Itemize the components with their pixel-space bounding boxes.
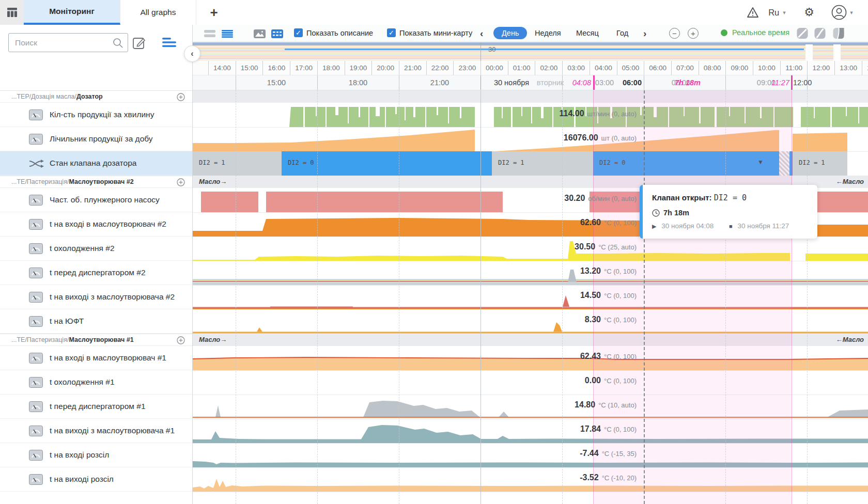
user-menu[interactable]: ▾ (827, 0, 858, 25)
day-label: 18:00 (349, 78, 367, 87)
value-row: 62.60°C (0, 100) (580, 218, 637, 227)
search-box[interactable] (8, 33, 128, 52)
sidebar-item[interactable]: t на вході розсіл (0, 443, 192, 467)
sidebar-item-valve-state[interactable]: Стан клапана дозатора (0, 151, 192, 176)
four-bars-icon (222, 30, 233, 38)
minus-icon: − (672, 29, 677, 38)
state-segment-closed[interactable]: DI2 = 1 (793, 151, 847, 176)
app-menu-button[interactable] (0, 0, 24, 25)
range-month-button[interactable]: Месяц (573, 27, 602, 39)
range-year-label: Год (613, 27, 631, 39)
show-description-checkbox[interactable]: ✓ Показать описание (294, 28, 373, 37)
band-right-label: ←Масло (836, 178, 864, 185)
background-image-button[interactable] (254, 29, 266, 38)
zoom-in-button[interactable]: + (688, 28, 699, 39)
sidebar-item[interactable]: t перед диспергатором #1 (0, 395, 192, 419)
state-segment-open[interactable]: DI2 = 0 (282, 151, 492, 176)
state-segment-closed[interactable]: DI2 = 1 (193, 151, 282, 176)
stop-icon: ■ (729, 223, 733, 229)
prev-period-button[interactable]: ‹ (480, 28, 483, 39)
signal-label: t на вході розсіл (50, 443, 109, 467)
language-selector[interactable]: Ru ▾ (764, 0, 791, 25)
hour-tick (590, 61, 590, 75)
tab-all-graphs[interactable]: All graphs (120, 0, 196, 25)
gauge-icon (29, 401, 43, 412)
filter-button[interactable] (162, 38, 176, 50)
section-header-butter1[interactable]: ...ТЕ/Пастеризація/Маслоутворювач #1 (0, 334, 192, 346)
sidebar-item-rate[interactable]: Кіл-сть продукції за хвилину (0, 103, 192, 127)
range-day-button[interactable]: День (493, 27, 527, 39)
add-signal-icon[interactable] (177, 178, 185, 186)
minimap-scroll-bar[interactable] (193, 42, 868, 45)
sidebar-item[interactable]: t перед диспергатором #2 (0, 261, 192, 285)
selection-start-label: 04:08 (572, 78, 591, 87)
state-segment-closed[interactable]: DI2 = 1 (492, 151, 593, 176)
show-minimap-checkbox[interactable]: ✓ Показать мини-карту (387, 28, 472, 37)
alerts-button[interactable] (744, 0, 762, 25)
next-period-button[interactable]: › (643, 28, 646, 39)
realtime-indicator[interactable]: Реальное время (721, 28, 789, 37)
search-input[interactable] (14, 34, 109, 52)
range-week-button[interactable]: Неделя (532, 27, 564, 39)
minimap-gap (833, 44, 841, 61)
add-signal-icon[interactable] (177, 93, 185, 101)
chevron-down-icon: ▾ (783, 9, 786, 16)
signal-label: t на вході в маслоутворювач #2 (50, 212, 166, 236)
charts-area[interactable]: Масло→ ←Масло Масло→ ←Масло (193, 90, 868, 504)
theme-curve-button[interactable] (814, 27, 826, 39)
band-right-label: ←Масло (836, 336, 864, 343)
selection-end-tick (791, 75, 793, 90)
tab-monitoring-label: Моніторинг (49, 7, 95, 16)
section-header-butter2[interactable]: ...ТЕ/Пастеризація/Маслоутворювач #2 (0, 176, 192, 188)
settings-button[interactable]: ⚙ (800, 0, 818, 25)
hour-label: 16:00 (265, 64, 288, 72)
gridline (317, 90, 318, 504)
chevron-down-icon: ▾ (850, 9, 853, 16)
value-row: 14.50°C (0, 100) (580, 291, 637, 300)
hour-tick (699, 61, 699, 75)
collapse-sidebar-button[interactable]: ‹ (184, 45, 200, 62)
hour-label: 18:00 (320, 64, 343, 72)
sidebar-item[interactable]: t на виході з маслоутворювача #2 (0, 285, 192, 309)
edit-list-button[interactable] (132, 36, 146, 52)
cursor-line[interactable] (644, 90, 645, 504)
sidebar-item[interactable]: t охолодження #1 (0, 370, 192, 395)
add-tab-button[interactable]: + (203, 0, 225, 25)
signal-label: Лічильник продукції за добу (50, 127, 153, 151)
sidebar-item[interactable]: t на виході розсіл (0, 467, 192, 492)
add-signal-icon[interactable] (177, 336, 185, 344)
hour-label: 20:00 (374, 64, 397, 72)
layout-compact-button[interactable] (204, 30, 215, 37)
hour-label: 13:00 (837, 64, 860, 72)
sidebar-item-counter[interactable]: Лічильник продукції за добу (0, 127, 192, 151)
sidebar-item[interactable]: Част. об. плунжерного насосу (0, 188, 192, 212)
minimap-icon (271, 29, 283, 38)
tab-monitoring[interactable]: Моніторинг (24, 0, 120, 25)
hour-label: 14:00 (211, 64, 234, 72)
gauge-icon (29, 109, 43, 120)
range-month-label: Месяц (573, 27, 602, 39)
zoom-out-button[interactable]: − (669, 28, 680, 39)
shuffle-icon (29, 159, 44, 168)
hour-label: 09:00 (728, 64, 751, 72)
sidebar-item[interactable]: t на вході в маслоутворювач #1 (0, 346, 192, 370)
theme-half-button[interactable] (832, 27, 845, 39)
section-header-dozator[interactable]: ...ТЕР/Дозація масла/Дозатор (0, 90, 192, 103)
minimap-toggle-button[interactable] (271, 29, 283, 38)
sidebar-item[interactable]: t на ЮФТ (0, 309, 192, 334)
signal-label: t перед диспергатором #1 (50, 395, 146, 418)
gauge-icon (29, 377, 43, 388)
hour-tick (671, 61, 672, 75)
theme-diagonal-button[interactable] (796, 27, 809, 39)
range-year-button[interactable]: Год (613, 27, 631, 39)
hour-tick (481, 61, 481, 75)
day-ruler[interactable]: 15:00 18:00 21:00 30 ноября вторник 04:0… (193, 75, 868, 90)
signal-label: t на виході розсіл (50, 467, 114, 491)
layout-list-button[interactable] (222, 30, 233, 38)
minimap[interactable]: 30 (193, 42, 868, 61)
hour-ruler[interactable]: 14:0015:0016:0017:0018:0019:0020:0021:00… (193, 61, 868, 75)
sidebar-item[interactable]: t на виході з маслоутворювача #1 (0, 419, 192, 443)
sidebar-item[interactable]: t на вході в маслоутворювач #2 (0, 212, 192, 237)
sidebar-item[interactable]: t охолодження #2 (0, 237, 192, 261)
minimap-range-line (285, 49, 804, 50)
